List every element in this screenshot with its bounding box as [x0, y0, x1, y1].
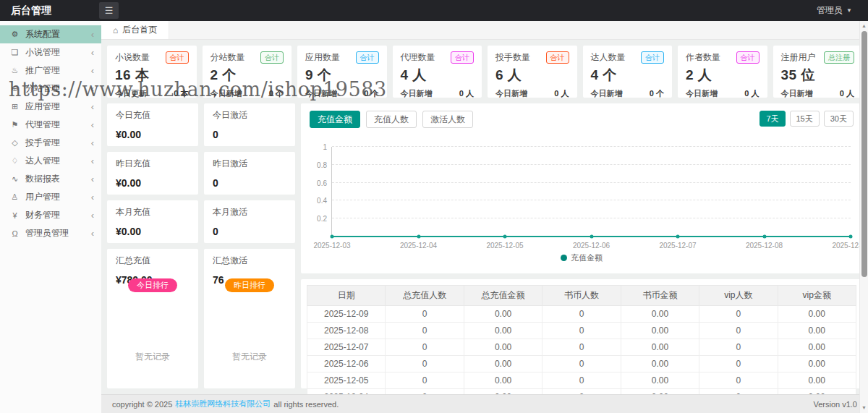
scroll-up-icon[interactable]: ▲ — [861, 21, 867, 31]
table-cell: 0.00 — [621, 356, 699, 372]
sidebar-item-系统配置[interactable]: ⚙系统配置‹ — [0, 25, 101, 43]
stat-sub-row: 今日新增0 个 — [210, 88, 284, 99]
scrollbar-thumb[interactable] — [861, 31, 867, 277]
chart-line-svg — [332, 147, 851, 237]
chart-point — [676, 235, 680, 239]
sidebar-item-应用管理[interactable]: ⊞应用管理‹ — [0, 98, 101, 116]
table-header-cell: 总充值金额 — [464, 286, 542, 306]
table-cell: 0.00 — [464, 356, 542, 372]
sidebar-item-财务管理[interactable]: ¥财务管理‹ — [0, 206, 101, 224]
range-button-15天[interactable]: 15天 — [790, 111, 820, 127]
sidebar-item-用户管理[interactable]: ♙用户管理‹ — [0, 188, 101, 206]
stat-value: 6 人 — [495, 66, 569, 85]
chart-point — [417, 235, 420, 239]
talent-tag-icon: ♢ — [9, 156, 20, 166]
chevron-left-icon: ‹ — [91, 30, 94, 39]
tab-home[interactable]: ⌂ 后台首页 — [101, 21, 169, 39]
stat-sub-row: 今日新增0 人 — [781, 88, 855, 99]
x-axis-tick: 2025-12-04 — [400, 242, 437, 250]
sidebar-item-label: 用户管理 — [25, 191, 91, 203]
chart-card: 充值金额充值人数激活人数 7天15天30天 0.20.40.60.812025-… — [301, 103, 862, 273]
app-title: 后台管理 — [0, 4, 92, 17]
stat-badge: 合计 — [546, 51, 569, 64]
table-cell: 0.00 — [778, 389, 856, 395]
sidebar-item-管理员管理[interactable]: Ω管理员管理‹ — [0, 224, 101, 242]
footer: copyright © 2025 桂林崇胜网络科技有限公司 all rights… — [101, 394, 868, 413]
x-axis-tick: 2025-12-07 — [659, 242, 696, 250]
range-button-7天[interactable]: 7天 — [760, 111, 785, 127]
table-cell: 0 — [386, 323, 464, 339]
stat-sub-label: 今日新增 — [781, 88, 813, 99]
table-cell: 0 — [386, 339, 464, 356]
stat-title: 应用数量 — [305, 51, 340, 64]
summary-label: 昨日充值 — [116, 158, 190, 170]
stat-badge: 合计 — [451, 51, 474, 64]
chevron-left-icon: ‹ — [91, 229, 94, 238]
chevron-left-icon: ‹ — [91, 156, 94, 166]
scroll-down-icon[interactable]: ▼ — [861, 403, 867, 413]
stat-value: 16 本 — [115, 66, 189, 85]
chevron-left-icon: ‹ — [91, 120, 94, 129]
stat-sub-value: 0 人 — [554, 88, 569, 99]
table-row: 2025-12-0500.0000.0000.00 — [307, 372, 856, 389]
company-link[interactable]: 桂林崇胜网络科技有限公司 — [175, 399, 271, 409]
chart-metric-toggles: 充值金额充值人数激活人数 — [310, 111, 473, 128]
version-label: Version v1.0 — [813, 400, 857, 409]
range-button-30天[interactable]: 30天 — [824, 111, 854, 127]
table-row: 2025-12-0900.0000.0000.00 — [307, 306, 856, 323]
sidebar-item-投手管理[interactable]: ◇投手管理‹ — [0, 134, 101, 152]
stat-card-head: 注册用户总注册 — [781, 51, 855, 64]
app-grid-icon: ⊞ — [9, 102, 20, 111]
stat-badge: 合计 — [736, 51, 760, 64]
ranking-badge: 今日排行 — [128, 278, 177, 292]
table-row: 2025-12-0800.0000.0000.00 — [307, 323, 856, 339]
stat-sub-value: 0 人 — [744, 88, 759, 99]
summary-card: 本月充值¥0.00 — [107, 200, 198, 243]
stat-card-head: 分站数量合计 — [210, 51, 284, 64]
x-axis-tick: 2025-12-05 — [486, 242, 523, 250]
stat-value: 4 人 — [401, 66, 475, 85]
y-axis-tick: 0.4 — [317, 197, 327, 205]
chevron-left-icon: ‹ — [91, 84, 94, 93]
user-name: 管理员 — [817, 4, 843, 17]
table-cell: 0.00 — [621, 306, 699, 323]
sidebar-item-label: 达人管理 — [25, 155, 91, 167]
sidebar-item-达人管理[interactable]: ♢达人管理‹ — [0, 152, 101, 170]
user-menu[interactable]: 管理员 ▼ — [817, 4, 868, 17]
stat-title: 代理数量 — [401, 51, 435, 64]
stat-card-head: 应用数量合计 — [305, 51, 379, 64]
stat-value: 9 个 — [305, 66, 379, 85]
sidebar-item-推广管理[interactable]: ♨推广管理‹ — [0, 61, 101, 80]
summary-value: 0 — [213, 226, 286, 237]
finance-yuan-icon: ¥ — [9, 211, 20, 220]
sidebar-item-数据报表[interactable]: ∿数据报表‹ — [0, 170, 101, 188]
ranking-badge: 昨日排行 — [225, 278, 274, 292]
x-axis-tick: 2025-12-06 — [573, 242, 610, 250]
stat-title: 分站数量 — [210, 51, 245, 64]
stat-value: 2 个 — [210, 66, 284, 85]
promotion-icon: ♨ — [9, 66, 20, 75]
table-cell: 0.00 — [464, 389, 542, 395]
table-cell: 2025-12-08 — [307, 323, 386, 339]
sidebar-item-分站管理[interactable]: ⊕分站管理‹ — [0, 80, 101, 98]
agent-flag-icon: ⚑ — [9, 120, 20, 129]
table-cell: 0 — [699, 356, 778, 372]
sidebar-item-label: 应用管理 — [25, 101, 91, 113]
hamburger-icon: ☰ — [105, 5, 114, 16]
table-cell: 0.00 — [621, 323, 699, 339]
metric-button-激活人数[interactable]: 激活人数 — [422, 111, 473, 128]
table-cell: 0.00 — [464, 339, 542, 356]
metric-button-充值人数[interactable]: 充值人数 — [366, 111, 417, 128]
vertical-scrollbar[interactable]: ▲ ▼ — [859, 21, 868, 413]
chart-plot: 0.20.40.60.812025-12-032025-12-042025-12… — [331, 147, 851, 237]
sidebar-item-代理管理[interactable]: ⚑代理管理‹ — [0, 116, 101, 134]
summary-card: 昨日激活0 — [204, 152, 295, 195]
sidebar-item-小说管理[interactable]: ❏小说管理‹ — [0, 43, 101, 61]
sidebar-collapse-button[interactable]: ☰ — [99, 2, 119, 19]
table-cell: 0 — [542, 356, 621, 372]
chart-point — [331, 235, 334, 239]
stat-card: 小说数量合计16 本今日更新0 本 — [107, 46, 197, 98]
daily-stats-table-card: 日期总充值人数总充值金额书币人数书币金额vip人数vip金额 2025-12-0… — [301, 279, 862, 388]
metric-button-充值金额[interactable]: 充值金额 — [310, 111, 360, 128]
stat-card: 作者数量合计2 人今日新增0 人 — [678, 46, 767, 98]
